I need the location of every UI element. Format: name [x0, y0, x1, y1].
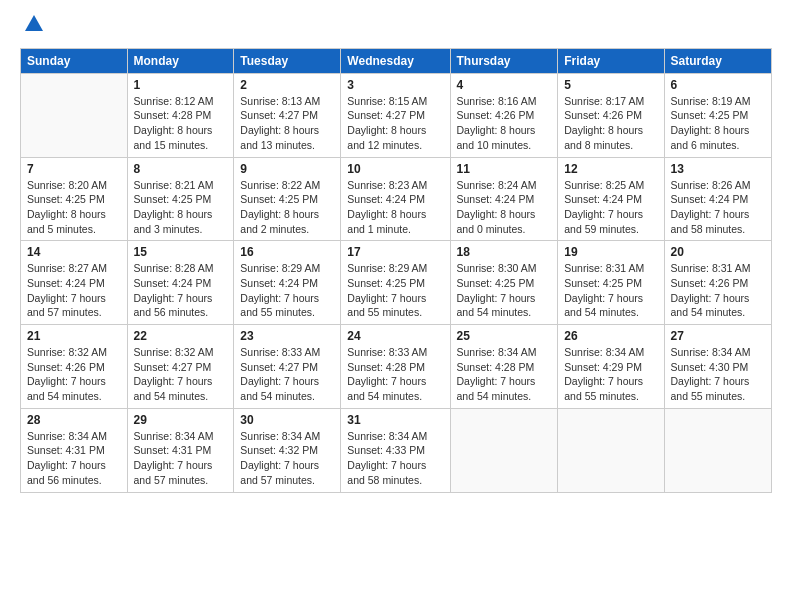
column-header-wednesday: Wednesday: [341, 48, 450, 73]
day-info: Sunrise: 8:33 AMSunset: 4:27 PMDaylight:…: [240, 345, 334, 404]
calendar-cell: 4Sunrise: 8:16 AMSunset: 4:26 PMDaylight…: [450, 73, 558, 157]
day-info: Sunrise: 8:31 AMSunset: 4:25 PMDaylight:…: [564, 261, 657, 320]
calendar-cell: 5Sunrise: 8:17 AMSunset: 4:26 PMDaylight…: [558, 73, 664, 157]
header: [20, 18, 772, 38]
calendar-cell: 19Sunrise: 8:31 AMSunset: 4:25 PMDayligh…: [558, 241, 664, 325]
calendar-cell: 22Sunrise: 8:32 AMSunset: 4:27 PMDayligh…: [127, 325, 234, 409]
day-number: 20: [671, 245, 765, 259]
day-info: Sunrise: 8:34 AMSunset: 4:31 PMDaylight:…: [134, 429, 228, 488]
calendar-cell: 12Sunrise: 8:25 AMSunset: 4:24 PMDayligh…: [558, 157, 664, 241]
day-info: Sunrise: 8:34 AMSunset: 4:30 PMDaylight:…: [671, 345, 765, 404]
day-number: 14: [27, 245, 121, 259]
calendar-cell: 15Sunrise: 8:28 AMSunset: 4:24 PMDayligh…: [127, 241, 234, 325]
page: SundayMondayTuesdayWednesdayThursdayFrid…: [0, 0, 792, 612]
day-number: 25: [457, 329, 552, 343]
day-number: 13: [671, 162, 765, 176]
day-number: 31: [347, 413, 443, 427]
day-number: 6: [671, 78, 765, 92]
logo: [20, 18, 45, 38]
calendar-cell: 20Sunrise: 8:31 AMSunset: 4:26 PMDayligh…: [664, 241, 771, 325]
calendar-cell: 29Sunrise: 8:34 AMSunset: 4:31 PMDayligh…: [127, 408, 234, 492]
column-header-thursday: Thursday: [450, 48, 558, 73]
calendar-cell: 11Sunrise: 8:24 AMSunset: 4:24 PMDayligh…: [450, 157, 558, 241]
calendar-week-1: 1Sunrise: 8:12 AMSunset: 4:28 PMDaylight…: [21, 73, 772, 157]
calendar-cell: 7Sunrise: 8:20 AMSunset: 4:25 PMDaylight…: [21, 157, 128, 241]
day-info: Sunrise: 8:34 AMSunset: 4:29 PMDaylight:…: [564, 345, 657, 404]
column-header-tuesday: Tuesday: [234, 48, 341, 73]
calendar-week-3: 14Sunrise: 8:27 AMSunset: 4:24 PMDayligh…: [21, 241, 772, 325]
calendar-cell: 26Sunrise: 8:34 AMSunset: 4:29 PMDayligh…: [558, 325, 664, 409]
day-number: 9: [240, 162, 334, 176]
calendar-cell: 24Sunrise: 8:33 AMSunset: 4:28 PMDayligh…: [341, 325, 450, 409]
calendar-cell: 16Sunrise: 8:29 AMSunset: 4:24 PMDayligh…: [234, 241, 341, 325]
day-number: 10: [347, 162, 443, 176]
calendar-table: SundayMondayTuesdayWednesdayThursdayFrid…: [20, 48, 772, 493]
calendar-cell: [558, 408, 664, 492]
day-number: 30: [240, 413, 334, 427]
day-info: Sunrise: 8:13 AMSunset: 4:27 PMDaylight:…: [240, 94, 334, 153]
calendar-cell: 8Sunrise: 8:21 AMSunset: 4:25 PMDaylight…: [127, 157, 234, 241]
calendar-cell: 6Sunrise: 8:19 AMSunset: 4:25 PMDaylight…: [664, 73, 771, 157]
day-info: Sunrise: 8:29 AMSunset: 4:24 PMDaylight:…: [240, 261, 334, 320]
day-info: Sunrise: 8:31 AMSunset: 4:26 PMDaylight:…: [671, 261, 765, 320]
day-number: 15: [134, 245, 228, 259]
day-info: Sunrise: 8:15 AMSunset: 4:27 PMDaylight:…: [347, 94, 443, 153]
day-info: Sunrise: 8:12 AMSunset: 4:28 PMDaylight:…: [134, 94, 228, 153]
day-number: 4: [457, 78, 552, 92]
calendar-cell: [450, 408, 558, 492]
day-number: 28: [27, 413, 121, 427]
calendar-cell: [664, 408, 771, 492]
day-number: 18: [457, 245, 552, 259]
day-info: Sunrise: 8:19 AMSunset: 4:25 PMDaylight:…: [671, 94, 765, 153]
calendar-header-row: SundayMondayTuesdayWednesdayThursdayFrid…: [21, 48, 772, 73]
calendar-cell: 28Sunrise: 8:34 AMSunset: 4:31 PMDayligh…: [21, 408, 128, 492]
day-info: Sunrise: 8:22 AMSunset: 4:25 PMDaylight:…: [240, 178, 334, 237]
day-number: 7: [27, 162, 121, 176]
day-info: Sunrise: 8:25 AMSunset: 4:24 PMDaylight:…: [564, 178, 657, 237]
calendar-cell: 17Sunrise: 8:29 AMSunset: 4:25 PMDayligh…: [341, 241, 450, 325]
day-info: Sunrise: 8:20 AMSunset: 4:25 PMDaylight:…: [27, 178, 121, 237]
day-info: Sunrise: 8:29 AMSunset: 4:25 PMDaylight:…: [347, 261, 443, 320]
day-number: 17: [347, 245, 443, 259]
day-info: Sunrise: 8:30 AMSunset: 4:25 PMDaylight:…: [457, 261, 552, 320]
day-info: Sunrise: 8:16 AMSunset: 4:26 PMDaylight:…: [457, 94, 552, 153]
calendar-cell: 13Sunrise: 8:26 AMSunset: 4:24 PMDayligh…: [664, 157, 771, 241]
day-number: 21: [27, 329, 121, 343]
calendar-week-4: 21Sunrise: 8:32 AMSunset: 4:26 PMDayligh…: [21, 325, 772, 409]
calendar-cell: 27Sunrise: 8:34 AMSunset: 4:30 PMDayligh…: [664, 325, 771, 409]
column-header-sunday: Sunday: [21, 48, 128, 73]
column-header-monday: Monday: [127, 48, 234, 73]
day-number: 29: [134, 413, 228, 427]
day-info: Sunrise: 8:23 AMSunset: 4:24 PMDaylight:…: [347, 178, 443, 237]
day-number: 26: [564, 329, 657, 343]
day-number: 8: [134, 162, 228, 176]
day-info: Sunrise: 8:34 AMSunset: 4:33 PMDaylight:…: [347, 429, 443, 488]
day-number: 27: [671, 329, 765, 343]
calendar-cell: 2Sunrise: 8:13 AMSunset: 4:27 PMDaylight…: [234, 73, 341, 157]
calendar-cell: 14Sunrise: 8:27 AMSunset: 4:24 PMDayligh…: [21, 241, 128, 325]
calendar-cell: [21, 73, 128, 157]
day-number: 24: [347, 329, 443, 343]
day-number: 3: [347, 78, 443, 92]
svg-marker-0: [25, 15, 43, 31]
day-number: 23: [240, 329, 334, 343]
day-info: Sunrise: 8:28 AMSunset: 4:24 PMDaylight:…: [134, 261, 228, 320]
day-info: Sunrise: 8:32 AMSunset: 4:26 PMDaylight:…: [27, 345, 121, 404]
day-info: Sunrise: 8:26 AMSunset: 4:24 PMDaylight:…: [671, 178, 765, 237]
day-info: Sunrise: 8:27 AMSunset: 4:24 PMDaylight:…: [27, 261, 121, 320]
calendar-cell: 31Sunrise: 8:34 AMSunset: 4:33 PMDayligh…: [341, 408, 450, 492]
logo-triangle-icon: [23, 13, 45, 35]
column-header-saturday: Saturday: [664, 48, 771, 73]
day-number: 1: [134, 78, 228, 92]
day-info: Sunrise: 8:34 AMSunset: 4:28 PMDaylight:…: [457, 345, 552, 404]
day-number: 11: [457, 162, 552, 176]
day-number: 16: [240, 245, 334, 259]
day-number: 2: [240, 78, 334, 92]
day-info: Sunrise: 8:17 AMSunset: 4:26 PMDaylight:…: [564, 94, 657, 153]
day-info: Sunrise: 8:24 AMSunset: 4:24 PMDaylight:…: [457, 178, 552, 237]
calendar-cell: 30Sunrise: 8:34 AMSunset: 4:32 PMDayligh…: [234, 408, 341, 492]
day-number: 5: [564, 78, 657, 92]
calendar-week-2: 7Sunrise: 8:20 AMSunset: 4:25 PMDaylight…: [21, 157, 772, 241]
day-info: Sunrise: 8:33 AMSunset: 4:28 PMDaylight:…: [347, 345, 443, 404]
calendar-cell: 18Sunrise: 8:30 AMSunset: 4:25 PMDayligh…: [450, 241, 558, 325]
